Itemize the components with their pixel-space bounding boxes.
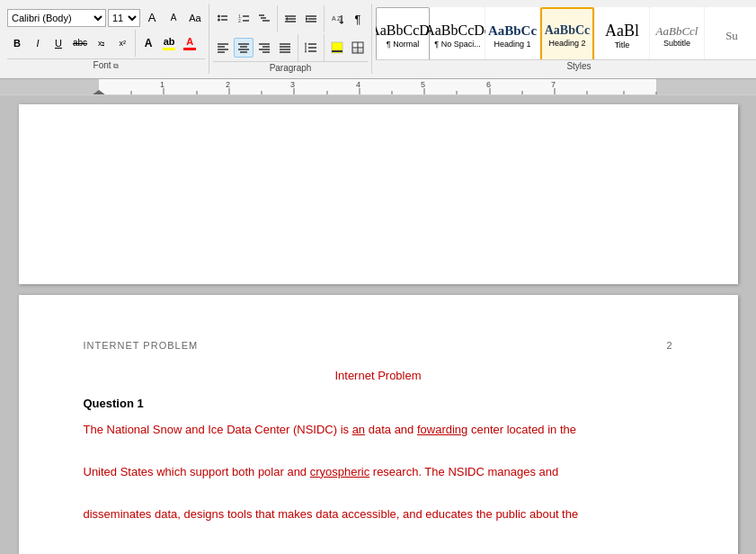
increase-indent-button[interactable]: [301, 9, 321, 29]
paragraph-section-content: 1.2. AZ: [213, 5, 368, 61]
font-size-select[interactable]: 11: [108, 9, 140, 27]
svg-marker-14: [285, 17, 288, 21]
page-title: Internet Problem: [84, 369, 673, 382]
svg-marker-44: [305, 51, 307, 53]
page-2[interactable]: INTERNET PROBLEM 2 Internet Problem Ques…: [19, 295, 738, 554]
svg-text:7: 7: [551, 80, 556, 89]
styles-content: AaBbCcDc ¶ Normal AaBbCcDc ¶ No Spaci...…: [376, 5, 756, 59]
font-name-select[interactable]: Calibri (Body): [7, 9, 106, 27]
svg-text:A: A: [332, 15, 336, 22]
paragraph-section: 1.2. AZ: [209, 4, 372, 74]
font-section: Calibri (Body) 11 A A Aa B I: [4, 4, 209, 74]
ruler-inner: 1 2 3 4 5 6 7: [0, 79, 756, 94]
svg-text:2.: 2.: [238, 18, 242, 23]
font-color-button[interactable]: A: [180, 33, 200, 53]
header-left: INTERNET PROBLEM: [84, 340, 199, 351]
underline-an: an: [352, 423, 365, 436]
shrink-font-button[interactable]: A: [164, 8, 183, 28]
sort-button[interactable]: AZ: [327, 9, 347, 29]
show-hide-button[interactable]: ¶: [348, 9, 368, 29]
line-spacing-button[interactable]: [301, 38, 321, 58]
styles-section-label: Styles: [376, 59, 756, 72]
svg-text:4: 4: [356, 80, 360, 89]
underline-fowarding: fowarding: [417, 423, 467, 436]
svg-point-2: [218, 15, 220, 18]
multilevel-list-button[interactable]: [254, 9, 274, 29]
center-button[interactable]: [234, 38, 253, 58]
subscript-button[interactable]: x₂: [92, 33, 111, 53]
bold-button[interactable]: B: [7, 33, 27, 53]
ribbon: Calibri (Body) 11 A A Aa B I: [0, 0, 756, 79]
style-subtitle-button[interactable]: AaBbCcl Subtitle: [650, 7, 704, 59]
borders-button[interactable]: [348, 38, 368, 58]
highlight-button[interactable]: ab: [159, 33, 179, 53]
page-header: INTERNET PROBLEM 2: [84, 340, 673, 351]
body-text[interactable]: The National Snow and Ice Data Center (N…: [84, 419, 673, 524]
align-right-button[interactable]: [254, 38, 274, 58]
style-normal-button[interactable]: AaBbCcDc ¶ Normal: [376, 7, 430, 59]
style-no-spacing-button[interactable]: AaBbCcDc ¶ No Spaci...: [431, 7, 485, 59]
bullets-button[interactable]: [213, 9, 233, 29]
svg-text:3: 3: [290, 80, 295, 89]
align-left-button[interactable]: [213, 38, 233, 58]
ruler: 1 2 3 4 5 6 7: [0, 79, 756, 95]
svg-marker-18: [306, 17, 308, 21]
svg-text:6: 6: [486, 80, 491, 89]
styles-list: AaBbCcDc ¶ Normal AaBbCcDc ¶ No Spaci...…: [376, 7, 756, 59]
italic-button[interactable]: I: [28, 33, 48, 53]
svg-rect-51: [0, 79, 99, 95]
numbering-button[interactable]: 1.2.: [234, 9, 253, 29]
svg-marker-22: [339, 22, 343, 24]
question-heading: Question 1: [84, 397, 673, 410]
justify-button[interactable]: [275, 38, 295, 58]
style-heading2-button[interactable]: AaBbCc Heading 2: [540, 7, 594, 59]
svg-text:2: 2: [226, 80, 230, 89]
style-su-button[interactable]: Su: [705, 7, 756, 59]
font-launch-icon[interactable]: ⧉: [113, 62, 119, 70]
document-area: INTERNET PROBLEM 2 Internet Problem Ques…: [0, 95, 756, 554]
page-1: [19, 104, 738, 284]
superscript-button[interactable]: x²: [112, 33, 132, 53]
underline-cryospheric: cryospheric: [310, 465, 369, 478]
header-right: 2: [666, 340, 672, 351]
svg-rect-50: [352, 49, 363, 53]
styles-section: AaBbCcDc ¶ Normal AaBbCcDc ¶ No Spaci...…: [372, 4, 756, 74]
decrease-indent-button[interactable]: [280, 9, 300, 29]
svg-point-3: [218, 19, 220, 22]
paragraph-section-label: Paragraph: [213, 61, 368, 74]
shading-button[interactable]: [327, 38, 347, 58]
style-title-button[interactable]: AaBl Title: [595, 7, 649, 59]
font-section-content: Calibri (Body) 11 A A Aa B I: [7, 5, 205, 58]
underline-button[interactable]: U: [49, 33, 68, 53]
change-case-button[interactable]: Aa: [185, 8, 205, 28]
style-heading1-button[interactable]: AaBbCc Heading 1: [485, 7, 539, 59]
svg-text:1: 1: [160, 80, 165, 89]
svg-rect-52: [656, 79, 756, 95]
font-section-label: Font ⧉: [7, 58, 205, 72]
strikethrough-button[interactable]: abc: [69, 33, 91, 53]
svg-text:5: 5: [421, 80, 425, 89]
svg-marker-43: [305, 42, 307, 44]
svg-rect-53: [99, 79, 656, 95]
grow-font-button[interactable]: A: [142, 8, 162, 28]
clear-format-button[interactable]: A: [138, 33, 158, 53]
